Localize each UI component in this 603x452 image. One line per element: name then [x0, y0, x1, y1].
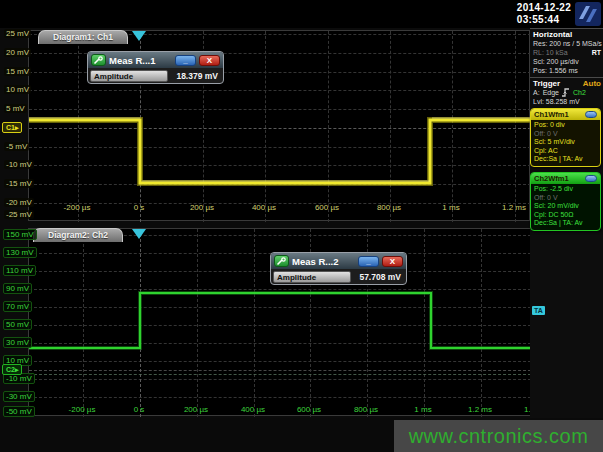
d1-ylabel: -15 mV	[4, 179, 34, 188]
meas2-param-label[interactable]: Amplitude	[273, 271, 351, 283]
d2-xlabel: 1 ms	[398, 405, 448, 414]
d2-xlabel: 400 µs	[228, 405, 278, 414]
close-icon[interactable]: X	[199, 55, 220, 66]
trigger-source: Ch2	[573, 88, 586, 97]
d2-ylabel: 70 mV	[3, 301, 32, 312]
ch1-panel-title: Ch1Wfm1	[534, 110, 569, 119]
trigger-mode-badge: Auto	[583, 79, 601, 88]
d1-ylabel: -5 mV	[4, 142, 29, 151]
minimize-button[interactable]: _	[175, 55, 196, 66]
d2-ylabel: 130 mV	[3, 247, 37, 258]
rising-edge-icon	[562, 88, 570, 97]
date-text: 2014-12-22	[517, 2, 571, 14]
d1-ylabel: 10 mV	[4, 85, 31, 94]
d2-xlabel: 1.2 ms	[455, 405, 505, 414]
d1-ylabel: 15 mV	[4, 67, 31, 76]
d2-xlabel: 800 µs	[341, 405, 391, 414]
watermark-box: www.cntronics.com	[394, 420, 603, 452]
minimize-pill-icon[interactable]	[585, 175, 597, 182]
d2-xlabel: 200 µs	[171, 405, 221, 414]
d2-ylabel: 110 mV	[3, 265, 36, 276]
minimize-button[interactable]: _	[358, 256, 379, 267]
meas-result-popup-1[interactable]: Meas R...1 _ X Amplitude 18.379 mV	[87, 51, 224, 84]
datetime-display: 2014-12-22 03:55:44	[517, 2, 571, 26]
ch2-panel-title: Ch2Wfm1	[534, 174, 569, 183]
horizontal-settings-panel[interactable]: Horizontal Res: 200 ns / 5 MSa/s RL: 10 …	[530, 28, 603, 77]
trigger-settings-panel[interactable]: Trigger Auto A: Edge Ch2 Lvl: 58.258 mV	[530, 77, 603, 108]
settings-sidebar: Horizontal Res: 200 ns / 5 MSa/s RL: 10 …	[530, 28, 603, 418]
wrench-icon	[274, 255, 289, 267]
ch2-position-marker[interactable]: C2▸	[2, 364, 22, 375]
d1-ylabel: 5 mV	[4, 104, 27, 113]
tab-diagram1[interactable]: Diagram1: Ch1	[38, 30, 128, 44]
ch1-waveform-panel[interactable]: Ch1Wfm1 Pos: 0 div Off: 0 V Scl: 5 mV/di…	[530, 108, 601, 167]
d2-xlabel: 0 s	[114, 405, 164, 414]
watermark-text: www.cntronics.com	[409, 425, 589, 448]
d1-ylabel: -10 mV	[4, 160, 34, 169]
d2-ylabel: 150 mV	[3, 229, 37, 240]
horizontal-title: Horizontal	[533, 30, 572, 39]
trigger-position-marker-diagram2[interactable]	[132, 229, 146, 239]
d2-ylabel: -30 mV	[3, 391, 35, 402]
d2-ylabel: 30 mV	[3, 337, 32, 348]
d1-xlabel: 200 µs	[177, 203, 227, 212]
trigger-title: Trigger	[533, 79, 560, 88]
trigger-position-marker-diagram1[interactable]	[132, 31, 146, 41]
d2-xlabel: 600 µs	[284, 405, 334, 414]
meas2-value: 57.708 mV	[351, 272, 404, 282]
realtime-badge: RT	[592, 48, 601, 57]
meas2-header[interactable]: Meas R...2 _ X	[271, 253, 406, 269]
d2-ylabel: -50 mV	[3, 406, 35, 417]
d1-xlabel: 600 µs	[302, 203, 352, 212]
ch1-position-marker[interactable]: C1▸	[2, 122, 22, 133]
ch2-waveform-panel[interactable]: Ch2Wfm1 Pos: -2.5 div Off: 0 V Scl: 20 m…	[530, 172, 601, 231]
trigger-level-marker[interactable]: TA	[532, 306, 545, 315]
d1-xlabel: 800 µs	[364, 203, 414, 212]
minimize-pill-icon[interactable]	[585, 111, 597, 118]
meas2-title: Meas R...2	[292, 256, 355, 267]
d1-ylabel: 20 mV	[4, 48, 31, 57]
meas1-title: Meas R...1	[109, 55, 172, 66]
d1-ylabel: -20 mV	[4, 198, 34, 207]
rohde-schwarz-logo-icon	[575, 2, 601, 26]
d1-ylabel: 25 mV	[4, 29, 31, 38]
meas1-value: 18.379 mV	[168, 71, 221, 81]
d2-ylabel: 50 mV	[3, 319, 32, 330]
d1-xlabel: 400 µs	[239, 203, 289, 212]
close-icon[interactable]: X	[382, 256, 403, 267]
meas-result-popup-2[interactable]: Meas R...2 _ X Amplitude 57.708 mV	[270, 252, 407, 285]
top-bar: 2014-12-22 03:55:44	[0, 0, 603, 28]
bottom-strip: www.cntronics.com	[0, 418, 603, 452]
d1-xlabel: 1 ms	[426, 203, 476, 212]
d1-ylabel: -25 mV	[4, 210, 34, 219]
tab-diagram2[interactable]: Diagram2: Ch2	[33, 228, 123, 242]
d1-xlabel: -200 µs	[52, 203, 102, 212]
wrench-icon	[91, 54, 106, 66]
d1-xlabel: 0 s	[114, 203, 164, 212]
d2-xlabel: -200 µs	[57, 405, 107, 414]
meas1-param-label[interactable]: Amplitude	[90, 70, 168, 82]
time-text: 03:55:44	[517, 14, 571, 26]
oscilloscope-screen: 2014-12-22 03:55:44	[0, 0, 603, 452]
meas1-header[interactable]: Meas R...1 _ X	[88, 52, 223, 68]
d2-ylabel: 90 mV	[3, 283, 32, 294]
